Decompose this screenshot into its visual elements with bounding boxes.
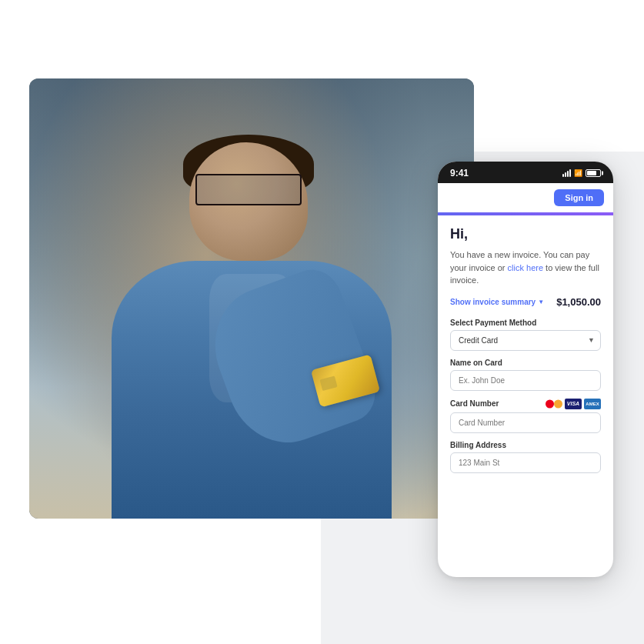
invoice-message: You have a new invoice. You can pay your…	[450, 249, 601, 287]
status-bar: 9:41 📶	[438, 162, 613, 183]
sign-in-button[interactable]: Sign in	[554, 189, 604, 206]
card-number-input[interactable]	[450, 412, 601, 433]
wifi-icon: 📶	[574, 169, 582, 177]
man-glasses	[195, 174, 302, 205]
billing-address-group: Billing Address	[450, 441, 601, 473]
card-number-label: Card Number	[450, 399, 499, 408]
mastercard-icon	[546, 399, 562, 409]
name-on-card-group: Name on Card	[450, 359, 601, 391]
click-here-link[interactable]: click here	[508, 263, 543, 272]
status-icons: 📶	[562, 169, 601, 177]
card-number-group: Card Number VISA AMEX	[450, 399, 601, 433]
invoice-amount: $1,050.00	[556, 296, 601, 308]
main-container: 9:41 📶 Sign in Hi,	[0, 0, 644, 644]
hero-photo	[29, 78, 474, 519]
phone-content: Hi, You have a new invoice. You can pay …	[438, 215, 613, 577]
amex-icon: AMEX	[584, 399, 601, 409]
payment-method-select[interactable]: Credit Card Bank Transfer PayPal	[450, 330, 601, 351]
invoice-row: Show invoice summary ▼ $1,050.00	[450, 296, 601, 308]
name-on-card-input[interactable]	[450, 370, 601, 391]
billing-address-label: Billing Address	[450, 441, 601, 449]
card-number-header-row: Card Number VISA AMEX	[450, 399, 601, 409]
payment-method-select-wrapper: Credit Card Bank Transfer PayPal ▼	[450, 330, 601, 351]
billing-address-input[interactable]	[450, 452, 601, 473]
name-on-card-label: Name on Card	[450, 359, 601, 367]
status-time: 9:41	[450, 168, 469, 179]
payment-method-label: Select Payment Method	[450, 319, 601, 327]
payment-method-group: Select Payment Method Credit Card Bank T…	[450, 319, 601, 351]
chevron-down-icon: ▼	[538, 299, 544, 305]
man-figure	[96, 122, 408, 519]
greeting-text: Hi,	[450, 226, 601, 242]
card-brand-icons: VISA AMEX	[546, 399, 601, 409]
phone-topnav: Sign in	[438, 183, 613, 212]
visa-icon: VISA	[565, 399, 582, 409]
phone-mockup: 9:41 📶 Sign in Hi,	[438, 162, 613, 577]
battery-icon	[586, 169, 601, 177]
invoice-summary-button[interactable]: Show invoice summary ▼	[450, 298, 544, 306]
signal-icon	[562, 169, 571, 177]
